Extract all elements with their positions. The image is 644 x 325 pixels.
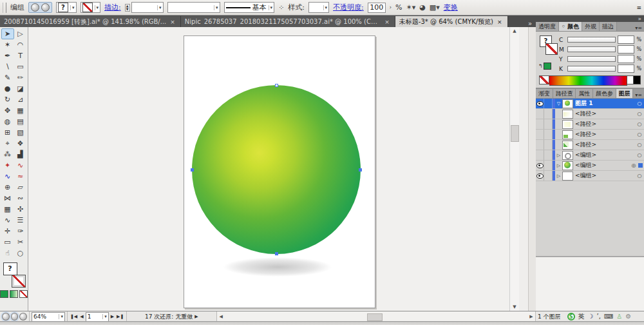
stroke-weight-stepper[interactable]: ▲▼ (125, 4, 130, 12)
layer-row[interactable]: ▷<编组>◎ (536, 161, 644, 171)
lock-toggle[interactable] (544, 119, 553, 129)
fill-color-dropdown[interactable]: ? ▾ (56, 2, 77, 13)
symbol-red-tool[interactable]: ✦ (1, 160, 14, 171)
close-icon[interactable]: × (383, 18, 391, 26)
punct-indicator[interactable]: ’, (597, 313, 601, 320)
document-tab-3[interactable]: 未标题-3* @ 64% (CMYK/预览)× (395, 16, 508, 27)
tab-overflow-chevron[interactable]: » (524, 20, 536, 27)
target-circle[interactable]: ○ (635, 132, 644, 137)
graph-zigzag-tool[interactable]: ∿ (1, 171, 14, 182)
paintbrush-tool[interactable]: ✎ (1, 72, 14, 83)
gradient-tool[interactable]: ▧ (14, 127, 27, 138)
keyboard-icon[interactable]: ⌨ (604, 313, 613, 320)
screen-mode-normal-icon[interactable] (2, 313, 10, 320)
vertical-scrollbar[interactable]: ▲ ▼ (509, 27, 519, 311)
mesh-tool[interactable]: ⊞ (1, 127, 14, 138)
layer-thumbnail[interactable] (562, 151, 573, 160)
channel-slider[interactable] (567, 66, 616, 72)
fill-proxy-unknown[interactable]: ? (3, 262, 17, 275)
page-number-dropdown[interactable]: 1 ▾ (86, 312, 109, 322)
horizontal-scroll-track[interactable] (225, 313, 527, 320)
visibility-toggle[interactable] (536, 109, 544, 119)
moon-icon[interactable]: ☽ (588, 313, 594, 320)
width-profile-dropdown[interactable]: ▾ (167, 2, 220, 13)
lock-toggle[interactable] (544, 150, 553, 160)
visibility-toggle[interactable] (536, 161, 544, 170)
control-panel-menu-icon[interactable]: ≡ (636, 5, 641, 11)
channel-value-input[interactable] (618, 55, 634, 63)
visibility-toggle[interactable] (536, 171, 544, 181)
stroke-panel-link[interactable]: 描边: (104, 3, 121, 12)
horizontal-scrollbar[interactable]: ◀ ▶ (217, 311, 536, 322)
visibility-toggle[interactable] (536, 99, 544, 108)
status-expand-icon[interactable]: ▶ (194, 314, 198, 319)
artboard-tool[interactable]: ⊕ (1, 182, 14, 193)
expand-toggle[interactable]: ▷ (555, 173, 562, 179)
target-circle[interactable]: ○ (635, 101, 644, 106)
scroll-down-icon[interactable]: ▼ (510, 303, 519, 311)
selection-tool[interactable]: ➤ (1, 28, 14, 39)
stroke-proxy-none[interactable] (545, 43, 558, 55)
visibility-toggle[interactable] (536, 150, 544, 160)
target-circle[interactable]: ◎ (629, 162, 638, 168)
channel-slider[interactable] (567, 37, 616, 43)
channel-value-input[interactable] (618, 45, 634, 54)
channel-slider[interactable] (567, 46, 616, 52)
fit-options-icon[interactable]: ⁘ (278, 3, 284, 12)
layer-thumbnail[interactable] (562, 99, 573, 108)
green-sphere-artwork[interactable] (192, 85, 361, 254)
lock-toggle[interactable] (544, 140, 553, 150)
layer-label[interactable]: 图层 1 (575, 99, 635, 108)
direct-selection-tool[interactable]: ▷ (14, 28, 27, 39)
scribble-tool[interactable]: ∿ (1, 215, 14, 226)
crop-tool[interactable]: ▭ (1, 237, 14, 248)
expand-toggle[interactable]: ▷ (555, 163, 562, 168)
dock-collapse-chevron[interactable]: » (638, 15, 641, 22)
wrench-icon[interactable]: ⚙ (625, 313, 631, 320)
color-panel-tab[interactable]: 描边 (600, 22, 617, 31)
stroke-proxy-none[interactable] (12, 275, 25, 287)
symbol-sprayer-tool[interactable]: ⁂ (1, 149, 14, 160)
transform-link[interactable]: 变换 (444, 3, 458, 12)
sogou-icon[interactable]: S (567, 313, 575, 320)
visibility-toggle[interactable] (536, 140, 544, 150)
free-transform-tool[interactable]: ▦ (14, 105, 27, 116)
panel-menu-icon[interactable]: ▾≡ (633, 92, 644, 98)
isolate-front-icon[interactable] (41, 3, 50, 12)
screen-mode-full-icon[interactable] (19, 313, 27, 320)
zoom-level-dropdown[interactable]: 64% ▾ (32, 312, 65, 322)
spectrum-none-swatch[interactable] (539, 75, 549, 84)
scroll-up-icon[interactable]: ▲ (510, 27, 519, 35)
lock-toggle[interactable] (544, 130, 553, 139)
hand-tool[interactable]: ☝ (1, 248, 14, 259)
prev-page-button[interactable]: ◀ (79, 314, 84, 319)
layer-label[interactable]: <编组> (575, 151, 635, 159)
slice-tool[interactable]: ▱ (14, 182, 27, 193)
layer-label[interactable]: <编组> (575, 161, 629, 170)
target-circle[interactable]: ○ (635, 111, 644, 117)
canvas-area[interactable]: ▲ ▼ (28, 27, 519, 311)
target-circle[interactable]: ○ (635, 142, 644, 148)
scissors-tool[interactable]: ✂ (14, 237, 27, 248)
brush-definition-dropdown[interactable]: 基本 ▾ (224, 2, 275, 13)
person-icon[interactable]: ♙ (616, 313, 622, 320)
layer-label[interactable]: <路径> (575, 130, 635, 139)
wrinkle-tool[interactable]: ✣ (14, 204, 27, 215)
last-page-button[interactable]: ▶❚ (116, 314, 124, 319)
isolate-back-icon[interactable] (31, 3, 39, 12)
anchor-point-top[interactable] (275, 84, 278, 87)
opacity-link[interactable]: 不透明度: (333, 3, 364, 12)
layer-row[interactable]: ▽图层 1○ (536, 99, 644, 109)
layer-thumbnail[interactable] (562, 120, 573, 129)
spectrum-white-swatch[interactable] (627, 75, 634, 84)
layer-thumbnail[interactable] (562, 130, 573, 139)
perspective-grid-tool[interactable]: ▤ (14, 116, 27, 127)
layers-panel-tab[interactable]: 属性 (576, 89, 593, 98)
anchor-point-right[interactable] (359, 168, 362, 172)
lock-toggle[interactable] (544, 161, 553, 170)
layer-label[interactable]: <编组> (575, 172, 635, 180)
layer-thumbnail[interactable] (562, 110, 573, 119)
expand-toggle[interactable]: ▽ (555, 101, 562, 106)
target-circle[interactable]: ○ (635, 152, 644, 158)
width-tool[interactable]: ✥ (1, 105, 14, 116)
